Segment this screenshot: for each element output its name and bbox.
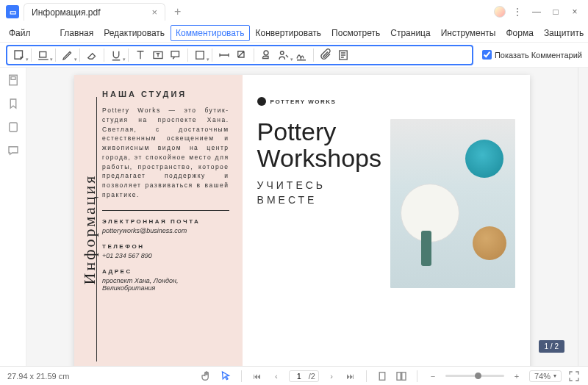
- phone-label: ТЕЛЕФОН: [102, 243, 229, 250]
- zoom-select[interactable]: 74% ▾: [529, 370, 562, 382]
- menu-page[interactable]: Страница: [386, 26, 434, 40]
- zoom-out-icon[interactable]: −: [426, 370, 440, 383]
- svg-rect-19: [402, 372, 406, 380]
- right-scrollbar[interactable]: [578, 68, 588, 366]
- hand-tool-icon[interactable]: [200, 370, 213, 383]
- eraser-tool[interactable]: [85, 48, 99, 62]
- account-icon[interactable]: [494, 6, 506, 18]
- svg-rect-15: [11, 77, 15, 80]
- more-icon[interactable]: ⋮: [510, 4, 525, 19]
- titlebar: ▭ Информация.pdf × + ⋮ — □ ×: [0, 0, 588, 24]
- hr: [102, 210, 229, 211]
- textbox-tool[interactable]: [151, 48, 165, 62]
- maximize-button[interactable]: □: [548, 4, 563, 19]
- attachments-panel-icon[interactable]: [7, 120, 20, 134]
- first-page-icon[interactable]: ⏮: [251, 370, 264, 383]
- email-value: potteryworks@business.com: [102, 227, 229, 234]
- zoom-value: 74%: [534, 372, 551, 381]
- callout-tool[interactable]: [168, 48, 183, 62]
- workspace: Информация НАША СТУДИЯ Pottery Works — э…: [0, 68, 588, 366]
- hero-sub1: УЧИТЕСЬ: [257, 179, 326, 191]
- phone-value: +01 234 567 890: [102, 252, 229, 259]
- brand-row: POTTERY WORKS: [257, 97, 515, 106]
- menu-convert[interactable]: Конвертировать: [251, 26, 326, 40]
- note-tool[interactable]: ▾: [12, 48, 26, 62]
- select-tool-icon[interactable]: [219, 370, 232, 383]
- zoom-slider[interactable]: [445, 375, 504, 377]
- email-label: ЭЛЕКТРОННАЯ ПОЧТА: [102, 218, 229, 225]
- tool-group: ▾ ▾ ▾ ▾ ▾ ▾: [6, 45, 473, 65]
- page-dimensions: 27.94 x 21.59 cm: [7, 372, 69, 381]
- shape-tool[interactable]: ▾: [193, 48, 207, 62]
- sign-tool[interactable]: [294, 48, 309, 62]
- zoom-thumb[interactable]: [475, 373, 481, 379]
- thumbnails-icon[interactable]: [7, 73, 20, 87]
- tab-close-icon[interactable]: ×: [152, 7, 158, 18]
- text-tool[interactable]: [133, 48, 148, 62]
- annotation-toolbar: ▾ ▾ ▾ ▾ ▾ ▾ Показать Комментарий: [0, 43, 588, 68]
- svg-point-12: [281, 51, 284, 54]
- show-comment-toggle[interactable]: Показать Комментарий: [482, 50, 582, 60]
- next-page-icon[interactable]: ›: [325, 370, 338, 383]
- svg-rect-7: [40, 51, 46, 57]
- svg-rect-17: [379, 372, 385, 380]
- zoom-in-icon[interactable]: +: [510, 370, 523, 383]
- document-tab[interactable]: Информация.pdf ×: [24, 3, 165, 21]
- page-input-box[interactable]: /2: [289, 370, 319, 382]
- fullscreen-icon[interactable]: [567, 370, 581, 383]
- address-label: АДРЕС: [102, 268, 229, 275]
- app-icon: ▭: [6, 5, 19, 18]
- menubar: Файл Главная Редактировать Комментироват…: [0, 24, 588, 43]
- add-tab-button[interactable]: +: [174, 5, 181, 18]
- svg-rect-9: [171, 51, 179, 57]
- menu-file[interactable]: Файл: [6, 26, 34, 40]
- chevron-down-icon: ▾: [553, 373, 556, 379]
- highlight-tool[interactable]: ▾: [36, 48, 51, 62]
- hero-image: [390, 119, 515, 288]
- bookmarks-icon[interactable]: [7, 97, 20, 110]
- address-value: проспект Хана, Лондон, Великобритания: [102, 277, 229, 292]
- document-canvas[interactable]: Информация НАША СТУДИЯ Pottery Works — э…: [26, 68, 578, 366]
- fit-page-icon[interactable]: [395, 370, 408, 383]
- menu-edit[interactable]: Редактировать: [99, 26, 169, 40]
- svg-rect-16: [9, 123, 17, 132]
- pdf-page: Информация НАША СТУДИЯ Pottery Works — э…: [74, 75, 530, 366]
- menu-protect[interactable]: Защитить: [539, 26, 588, 40]
- signature-tool[interactable]: ▾: [276, 48, 291, 62]
- show-comment-label: Показать Комментарий: [495, 51, 582, 60]
- svg-rect-10: [196, 51, 204, 59]
- stamp-tool[interactable]: [259, 48, 273, 62]
- comment-list-tool[interactable]: [336, 48, 351, 62]
- brand-dot-icon: [257, 97, 266, 106]
- show-comment-checkbox[interactable]: [482, 50, 492, 60]
- attach-tool[interactable]: [318, 48, 333, 62]
- area-tool[interactable]: [234, 48, 249, 62]
- page-right-panel: POTTERY WORKS PotteryWorkshops УЧИТЕСЬВМ…: [243, 75, 530, 366]
- studio-body: Pottery Works — это бутик-студия на прос…: [102, 106, 229, 200]
- fit-width-icon[interactable]: [376, 370, 389, 383]
- studio-heading: НАША СТУДИЯ: [102, 90, 229, 98]
- pencil-tool[interactable]: ▾: [60, 48, 75, 62]
- hero-line1: Pottery: [257, 118, 337, 145]
- divider-line: [96, 97, 97, 361]
- brand-text: POTTERY WORKS: [270, 98, 337, 105]
- menu-form[interactable]: Форма: [501, 26, 537, 40]
- page-left-panel: Информация НАША СТУДИЯ Pottery Works — э…: [74, 75, 243, 366]
- sidebar: [0, 68, 26, 366]
- comments-panel-icon[interactable]: [7, 144, 20, 157]
- menu-view[interactable]: Посмотреть: [327, 26, 384, 40]
- close-button[interactable]: ×: [567, 4, 582, 19]
- svg-rect-18: [397, 372, 401, 380]
- prev-page-icon[interactable]: ‹: [270, 370, 283, 383]
- page-current-input[interactable]: [293, 372, 306, 381]
- hero-sub2: ВМЕСТЕ: [257, 194, 318, 206]
- last-page-icon[interactable]: ⏭: [344, 370, 357, 383]
- menu-main[interactable]: Главная: [56, 26, 98, 40]
- minimize-button[interactable]: —: [529, 4, 544, 19]
- menu-comment[interactable]: Комментировать: [171, 25, 249, 41]
- menu-tools[interactable]: Инструменты: [437, 26, 501, 40]
- underline-tool[interactable]: ▾: [109, 48, 123, 62]
- svg-point-11: [264, 51, 268, 55]
- measure-tool[interactable]: [217, 48, 232, 62]
- hero-line2: Workshops: [257, 144, 381, 172]
